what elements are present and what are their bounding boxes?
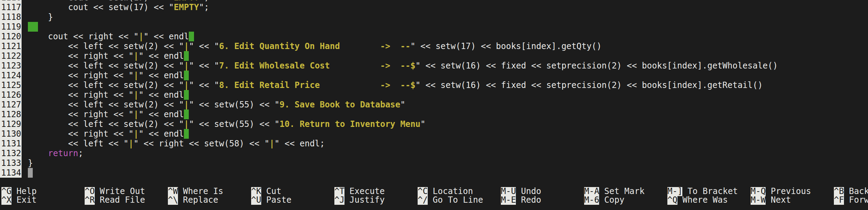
code-segment: " << setw(16) << fixed << setprecision(2… — [416, 80, 763, 90]
code-segment: EMPTY — [174, 2, 199, 12]
line-content: << right << "|" << endl — [22, 51, 189, 61]
shortcut-column: M-Q PreviousM-W Next — [751, 187, 834, 204]
line-content — [22, 168, 33, 178]
code-segment: 7. Edit Wholesale Cost -> --$ — [219, 61, 416, 71]
shortcut-key-badge: ^U — [251, 195, 261, 205]
shortcut-item: ^R Read File — [85, 196, 168, 204]
line-content: } — [22, 158, 33, 168]
line-content: << left << setw(2) << "|" << "8. Edit Re… — [22, 80, 763, 90]
shortcut-item: ^G Help — [1, 187, 85, 196]
shortcut-item: ^\ Replace — [168, 196, 251, 204]
code-line-partial[interactable]: 1116 cout << setw(17) << "EMPTY"; — [0, 0, 868, 2]
code-line[interactable]: 1133} — [0, 158, 868, 168]
trailing-whitespace-highlight — [184, 110, 189, 119]
shortcut-label: Where Was — [677, 195, 728, 205]
code-segment: | — [133, 129, 138, 139]
shortcut-key-badge: M-6 — [584, 195, 599, 205]
shortcut-column: ^B Back^F Forward — [834, 187, 868, 204]
code-segment: << left << setw(2) << " — [28, 119, 184, 129]
code-line[interactable]: 1122 << right << "|" << endl — [0, 51, 868, 61]
code-line[interactable]: 1129 << left << setw(2) << "|" << setw(5… — [0, 119, 868, 129]
shortcut-item: ^U Paste — [251, 196, 334, 204]
shortcut-label: Redo — [516, 195, 541, 205]
line-number: 1120 — [0, 32, 22, 41]
code-line[interactable]: 1130 << right << "|" << endl — [0, 129, 868, 139]
code-segment: " — [400, 100, 405, 110]
editor[interactable]: 1116 cout << setw(17) << "EMPTY";1117 co… — [0, 0, 868, 178]
trailing-whitespace-highlight — [189, 32, 194, 41]
shortcut-label: Read File — [95, 195, 145, 205]
code-segment: | — [133, 110, 138, 119]
shortcut-item: M-A Set Mark — [584, 187, 667, 196]
code-segment: " << setw(55) << " — [189, 100, 279, 110]
code-line[interactable]: 1117 cout << setw(17) << "EMPTY"; — [0, 2, 868, 12]
code-line[interactable]: 1120 cout << right << "|" << endl — [0, 32, 868, 41]
code-segment: | — [133, 90, 138, 100]
code-line[interactable]: 1118 } — [0, 12, 868, 22]
line-content: << right << "|" << endl — [22, 110, 189, 119]
nano-terminal[interactable]: { "colors": { "background": "#1c1c1c", "… — [0, 0, 868, 210]
line-number: 1132 — [0, 148, 22, 158]
code-segment: << left << " — [28, 139, 129, 148]
line-content: << left << setw(2) << "|" << "6. Edit Qu… — [22, 41, 602, 51]
code-segment: " << endl; — [274, 139, 325, 148]
line-number: 1127 — [0, 100, 22, 110]
trailing-whitespace-highlight — [184, 51, 189, 61]
line-number: 1121 — [0, 41, 22, 51]
code-line[interactable]: 1128 << right << "|" << endl — [0, 110, 868, 119]
shortcut-key-badge: M-E — [501, 195, 516, 205]
code-line[interactable]: 1127 << left << setw(2) << "|" << setw(5… — [0, 100, 868, 110]
code-segment: EMPTY — [174, 0, 199, 2]
code-line[interactable]: 1134 — [0, 168, 868, 178]
code-line[interactable]: 1121 << left << setw(2) << "|" << "6. Ed… — [0, 41, 868, 51]
code-segment: << left << setw(2) << " — [28, 41, 184, 51]
code-segment: " << endl — [144, 32, 189, 41]
shortcut-item: ^F Forward — [834, 196, 868, 204]
code-line[interactable]: 1125 << left << setw(2) << "|" << "8. Ed… — [0, 80, 868, 90]
line-number: 1129 — [0, 119, 22, 129]
shortcut-column: ^W Where Is^\ Replace — [168, 187, 251, 204]
code-segment: | — [184, 80, 189, 90]
code-line[interactable]: 1124 << right << "|" << endl — [0, 71, 868, 80]
code-line[interactable]: 1132 return; — [0, 148, 868, 158]
code-line[interactable]: 1119 — [0, 22, 868, 32]
shortcut-key-badge: ^Q — [667, 195, 677, 205]
shortcut-column: ^O Write Out^R Read File — [85, 187, 168, 204]
code-line[interactable]: 1126 << right << "|" << endl — [0, 90, 868, 100]
text-cursor — [28, 168, 33, 178]
code-segment: 10. Return to Inventory Menu — [279, 119, 420, 129]
line-number: 1134 — [0, 168, 22, 178]
code-segment: | — [133, 51, 138, 61]
code-segment: << left << setw(2) << " — [28, 61, 184, 71]
trailing-whitespace-highlight — [28, 22, 38, 32]
shortcut-item: ^O Write Out — [85, 187, 168, 196]
code-segment: "; — [199, 2, 209, 12]
code-segment: | — [184, 41, 189, 51]
code-segment: " << endl — [139, 90, 184, 100]
trailing-whitespace-highlight — [184, 90, 189, 100]
shortcut-item: ^T Execute — [334, 187, 418, 196]
code-segment: cout << right << " — [28, 32, 139, 41]
shortcut-column: ^T Execute^J Justify — [334, 187, 418, 204]
code-segment: " << setw(55) << " — [189, 119, 279, 129]
code-segment: " << endl — [139, 51, 184, 61]
shortcut-key-badge: ^R — [85, 195, 95, 205]
line-number: 1133 — [0, 158, 22, 168]
line-content: << left << setw(2) << "|" << "7. Edit Wh… — [22, 61, 778, 71]
code-line[interactable]: 1131 << left << "|" << right << setw(58)… — [0, 139, 868, 148]
shortcut-label: Paste — [261, 195, 292, 205]
line-content: return; — [22, 148, 83, 158]
line-content: << left << "|" << right << setw(58) << "… — [22, 139, 325, 148]
line-number: 1125 — [0, 80, 22, 90]
code-segment: 6. Edit Quantity On Hand -> -- — [219, 41, 410, 51]
code-line[interactable]: 1123 << left << setw(2) << "|" << "7. Ed… — [0, 61, 868, 71]
shortcut-column: M-A Set MarkM-6 Copy — [584, 187, 667, 204]
shortcut-label: Replace — [178, 195, 218, 205]
code-segment: " << " — [189, 61, 219, 71]
code-segment: | — [184, 119, 189, 129]
shortcut-item: M-W Next — [751, 196, 834, 204]
shortcut-key-badge: ^F — [834, 195, 844, 205]
line-number: 1119 — [0, 22, 22, 32]
shortcut-key-badge: ^J — [334, 195, 344, 205]
line-number: 1118 — [0, 12, 22, 22]
